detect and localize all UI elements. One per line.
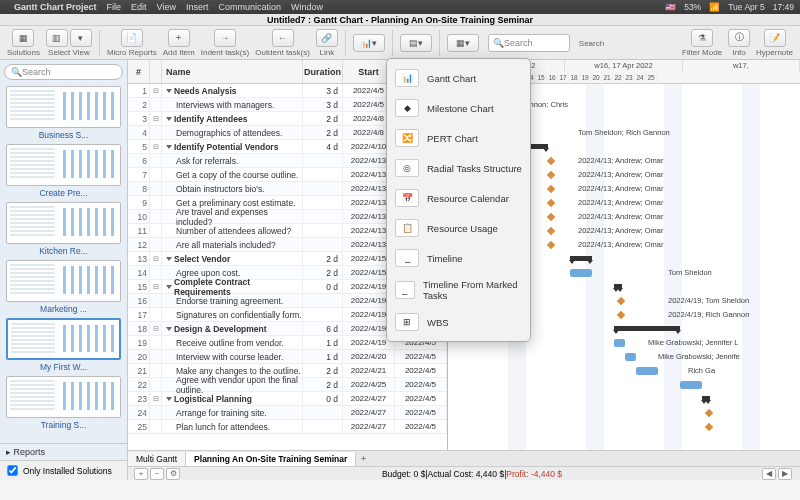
sidebar-thumbnail[interactable]: Training S... <box>6 376 121 430</box>
col-header-info[interactable] <box>150 60 162 83</box>
gantt-row[interactable]: Rich Ga <box>448 364 800 378</box>
status-next-button[interactable]: ▶ <box>778 468 792 480</box>
menu-insert[interactable]: Insert <box>186 2 209 12</box>
dropdown-item[interactable]: 📅Resource Calendar <box>387 183 530 213</box>
selectview-arrow[interactable]: ▾ <box>70 29 92 47</box>
status-add-button[interactable]: ＋ <box>134 468 148 480</box>
sidebar-reports[interactable]: ▸ Reports <box>0 443 127 460</box>
col-header-num[interactable]: # <box>128 60 150 83</box>
toolbar: ▦Solutions ▥▾Select View 📄Micro Reports … <box>0 26 800 60</box>
menu-window[interactable]: Window <box>291 2 323 12</box>
status-profit: Profit: -4,440 $ <box>506 469 562 479</box>
view-type-icon: 📋 <box>395 219 419 237</box>
viewtype-button[interactable]: 📊▾ <box>353 34 385 52</box>
sidebar-thumbnail[interactable]: Business S... <box>6 86 121 140</box>
outdent-button[interactable]: ← <box>272 29 294 47</box>
status-budget: Budget: 0 $ <box>382 469 425 479</box>
status-remove-button[interactable]: － <box>150 468 164 480</box>
sidebar: 🔍 Search Business S...Create Pre...Kitch… <box>0 60 128 480</box>
menu-communication[interactable]: Communication <box>218 2 281 12</box>
gantt-row[interactable] <box>448 392 800 406</box>
menu-view[interactable]: View <box>157 2 176 12</box>
task-row[interactable]: 22Agree with vendor upon the final outli… <box>128 378 447 392</box>
clock-day[interactable]: Tue Apr 5 <box>728 2 765 12</box>
status-actual: Actual Cost: 4,440 $ <box>428 469 505 479</box>
solutions-button[interactable]: ▦ <box>12 29 34 47</box>
info-button[interactable]: ⓘ <box>728 29 750 47</box>
view-type-icon: ◎ <box>395 159 419 177</box>
clock-time[interactable]: 17:49 <box>773 2 794 12</box>
gantt-row[interactable] <box>448 378 800 392</box>
hypernote-button[interactable]: 📝 <box>764 29 786 47</box>
status-prev-button[interactable]: ◀ <box>762 468 776 480</box>
task-row[interactable]: 23⊟Logistical Planning0 d2022/4/272022/4… <box>128 392 447 406</box>
dropdown-item[interactable]: 📊Gantt Chart <box>387 63 530 93</box>
dropdown-item[interactable]: ◆Milestone Chart <box>387 93 530 123</box>
filtermode-button[interactable]: ⚗ <box>691 29 713 47</box>
window-title: Untitled7 : Gantt Chart - Planning An On… <box>267 15 533 25</box>
link-button[interactable]: 🔗 <box>316 29 338 47</box>
search-icon: 🔍 <box>11 67 22 77</box>
task-row[interactable]: 20Interview with course leader.1 d2022/4… <box>128 350 447 364</box>
macos-menubar: Gantt Chart Project File Edit View Inser… <box>0 0 800 14</box>
view-type-icon: ⊞ <box>395 313 419 331</box>
additem-button[interactable]: ＋ <box>168 29 190 47</box>
sidebar-thumbnail[interactable]: Kitchen Re... <box>6 202 121 256</box>
status-gear-button[interactable]: ⚙ <box>166 468 180 480</box>
dropdown-item[interactable]: ⎯Timeline From Marked Tasks <box>387 273 530 307</box>
dropdown-item[interactable]: 🔀PERT Chart <box>387 123 530 153</box>
dropdown-item[interactable]: 📋Resource Usage <box>387 213 530 243</box>
sidebar-search-input[interactable]: 🔍 Search <box>4 64 123 80</box>
microreports-button[interactable]: 📄 <box>121 29 143 47</box>
menu-edit[interactable]: Edit <box>131 2 147 12</box>
dropdown-item[interactable]: ⊞WBS <box>387 307 530 337</box>
col-header-duration[interactable]: Duration <box>303 60 343 83</box>
view-type-icon: ⎯ <box>395 249 419 267</box>
sidebar-thumbnail[interactable]: My First W... <box>6 318 121 372</box>
app-menu[interactable]: Gantt Chart Project <box>14 2 97 12</box>
flag-icon[interactable]: 🇺🇸 <box>665 2 676 12</box>
task-row[interactable]: 24Arrange for training site.2022/4/27202… <box>128 406 447 420</box>
gantt-row[interactable] <box>448 406 800 420</box>
view-type-icon: ⎯ <box>395 281 415 299</box>
view-type-icon: ◆ <box>395 99 419 117</box>
dropdown-item[interactable]: ◎Radial Tasks Structure <box>387 153 530 183</box>
gantt-row[interactable]: Mike Grabowski; Jennife <box>448 350 800 364</box>
tab-add-button[interactable]: ＋ <box>356 453 370 465</box>
dropdown-item[interactable]: ⎯Timeline <box>387 243 530 273</box>
col-header-name[interactable]: Name <box>162 60 303 83</box>
task-row[interactable]: 25Plan lunch for attendees.2022/4/272022… <box>128 420 447 434</box>
toolbar-search-input[interactable]: 🔍 Search <box>488 34 570 52</box>
menu-file[interactable]: File <box>107 2 122 12</box>
view-type-icon: 🔀 <box>395 129 419 147</box>
view-type-dropdown: 📊Gantt Chart◆Milestone Chart🔀PERT Chart◎… <box>386 58 531 342</box>
colorview-button[interactable]: ▦▾ <box>447 34 479 52</box>
status-bar: ＋ － ⚙ Budget: 0 $|Actual Cost: 4,440 $|P… <box>128 466 800 480</box>
wifi-icon[interactable]: 📶 <box>709 2 720 12</box>
battery-status[interactable]: 53% <box>684 2 701 12</box>
search-icon: 🔍 <box>493 38 504 48</box>
only-installed-checkbox[interactable]: Only Installed Solutions <box>0 460 127 480</box>
view-type-icon: 📅 <box>395 189 419 207</box>
gantt-row[interactable] <box>448 420 800 434</box>
view-type-icon: 📊 <box>395 69 419 87</box>
window-titlebar: Untitled7 : Gantt Chart - Planning An On… <box>0 14 800 26</box>
sidebar-thumbnail[interactable]: Marketing ... <box>6 260 121 314</box>
sidebar-thumbnail[interactable]: Create Pre... <box>6 144 121 198</box>
tab-bar: Multi Gantt Planning An On-Site Training… <box>128 450 800 466</box>
tab-planning[interactable]: Planning An On-Site Training Seminar <box>186 452 356 466</box>
selectview-button[interactable]: ▥ <box>46 29 68 47</box>
indent-button[interactable]: → <box>214 29 236 47</box>
reportview-button[interactable]: ▤▾ <box>400 34 432 52</box>
tab-multi-gantt[interactable]: Multi Gantt <box>128 452 186 466</box>
